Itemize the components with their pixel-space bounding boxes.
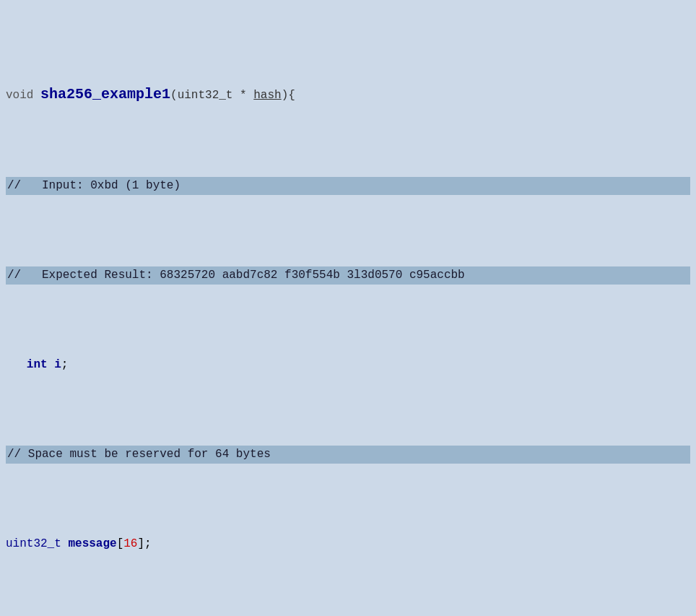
line-comment-space: // Space must be reserved for 64 bytes [0,446,696,464]
line-message-decl: uint32_t message[16]; [0,535,696,553]
line-int-i: int i; [0,356,696,374]
line-comment-input: // Input: 0xbd (1 byte) [0,177,696,195]
line-function-header: void sha256_example1(uint32_t * hash){ [0,83,696,105]
line-comment-expected: // Expected Result: 68325720 aabd7c82 f3… [0,266,696,285]
code-block: void sha256_example1(uint32_t * hash){ /… [0,7,696,616]
